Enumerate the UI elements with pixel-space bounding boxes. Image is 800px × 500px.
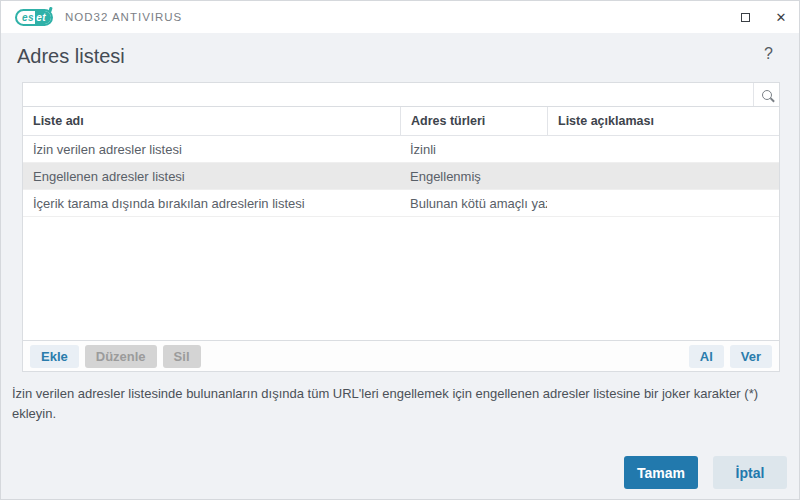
address-list-panel: Liste adı Adres türleri Liste açıklaması…	[22, 82, 780, 372]
maximize-icon	[741, 13, 750, 22]
list-toolbar: Ekle Düzenle Sil Al Ver	[23, 340, 779, 371]
window-controls: ✕	[727, 1, 799, 33]
cell-address-type: Bulunan kötü amaçlı yazıl...	[400, 196, 547, 211]
cell-address-type: İzinli	[400, 142, 547, 157]
cancel-button[interactable]: İptal	[713, 456, 787, 489]
cell-list-name: İzin verilen adresler listesi	[23, 142, 400, 157]
eset-logo-left: es	[17, 11, 35, 24]
eset-logo-icon: es et	[15, 9, 53, 26]
delete-button[interactable]: Sil	[163, 345, 201, 368]
eset-trademark-icon	[48, 7, 52, 13]
column-header-type[interactable]: Adres türleri	[400, 107, 547, 135]
hint-text: İzin verilen adresler listesinde bulunan…	[12, 384, 792, 424]
table-row[interactable]: İzin verilen adresler listesi İzinli	[23, 136, 779, 163]
table-row[interactable]: İçerik tarama dışında bırakılan adresler…	[23, 190, 779, 217]
edit-button[interactable]: Düzenle	[85, 345, 157, 368]
close-icon: ✕	[776, 11, 787, 24]
export-button[interactable]: Ver	[730, 345, 772, 368]
search-row	[23, 83, 779, 107]
add-button[interactable]: Ekle	[30, 345, 79, 368]
search-input[interactable]	[23, 83, 753, 106]
dialog-window: es et NOD32 ANTIVIRUS ✕ Adres listesi ? …	[0, 0, 800, 500]
eset-logo-right: et	[35, 11, 51, 24]
search-button[interactable]	[753, 83, 779, 106]
cell-list-name: Engellenen adresler listesi	[23, 169, 400, 184]
product-name: NOD32 ANTIVIRUS	[65, 11, 182, 23]
magnifier-icon	[762, 90, 772, 100]
page-title: Adres listesi	[17, 45, 125, 68]
title-bar: es et NOD32 ANTIVIRUS ✕	[1, 1, 799, 33]
close-button[interactable]: ✕	[763, 1, 799, 33]
table-empty-area	[23, 217, 779, 340]
import-button[interactable]: Al	[689, 345, 724, 368]
column-header-name[interactable]: Liste adı	[23, 107, 400, 135]
help-button[interactable]: ?	[764, 45, 773, 63]
table-row[interactable]: Engellenen adresler listesi Engellenmiş	[23, 163, 779, 190]
cell-list-name: İçerik tarama dışında bırakılan adresler…	[23, 196, 400, 211]
cell-address-type: Engellenmiş	[400, 169, 547, 184]
table-header: Liste adı Adres türleri Liste açıklaması	[23, 107, 779, 136]
maximize-button[interactable]	[727, 1, 763, 33]
ok-button[interactable]: Tamam	[624, 456, 698, 489]
column-header-description[interactable]: Liste açıklaması	[547, 107, 779, 135]
